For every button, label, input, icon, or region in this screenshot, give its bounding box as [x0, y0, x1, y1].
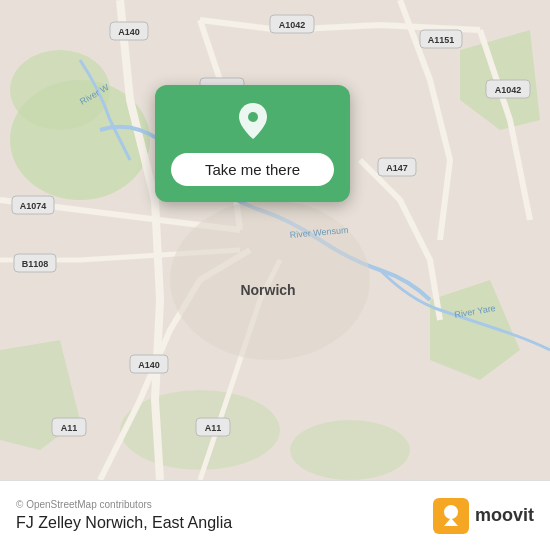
attribution: © OpenStreetMap contributors [16, 499, 232, 510]
svg-point-7 [290, 420, 410, 480]
svg-text:A1151: A1151 [428, 35, 455, 45]
location-pin-icon [231, 99, 275, 143]
svg-text:A11: A11 [61, 423, 78, 433]
svg-point-35 [248, 112, 258, 122]
map-container: A140 A1042 A1151 A1042 A1074 A1402 A147 … [0, 0, 550, 480]
moovit-brand-icon [433, 498, 469, 534]
moovit-logo: moovit [433, 498, 534, 534]
bottom-bar: © OpenStreetMap contributors FJ Zelley N… [0, 480, 550, 550]
popup-card: Take me there [155, 85, 350, 202]
moovit-text: moovit [475, 505, 534, 526]
svg-text:A140: A140 [118, 27, 140, 37]
map-svg: A140 A1042 A1151 A1042 A1074 A1402 A147 … [0, 0, 550, 480]
svg-text:A1074: A1074 [20, 201, 47, 211]
take-me-there-button[interactable]: Take me there [171, 153, 334, 186]
svg-text:A140: A140 [138, 360, 160, 370]
bottom-info: © OpenStreetMap contributors FJ Zelley N… [16, 499, 232, 532]
location-name: FJ Zelley Norwich, East Anglia [16, 514, 232, 532]
svg-point-8 [170, 200, 370, 360]
svg-text:Norwich: Norwich [240, 282, 295, 298]
svg-point-37 [444, 505, 458, 519]
svg-text:A147: A147 [386, 163, 408, 173]
svg-text:A1042: A1042 [495, 85, 522, 95]
svg-text:A11: A11 [205, 423, 222, 433]
svg-text:B1108: B1108 [22, 259, 49, 269]
svg-text:A1042: A1042 [279, 20, 306, 30]
